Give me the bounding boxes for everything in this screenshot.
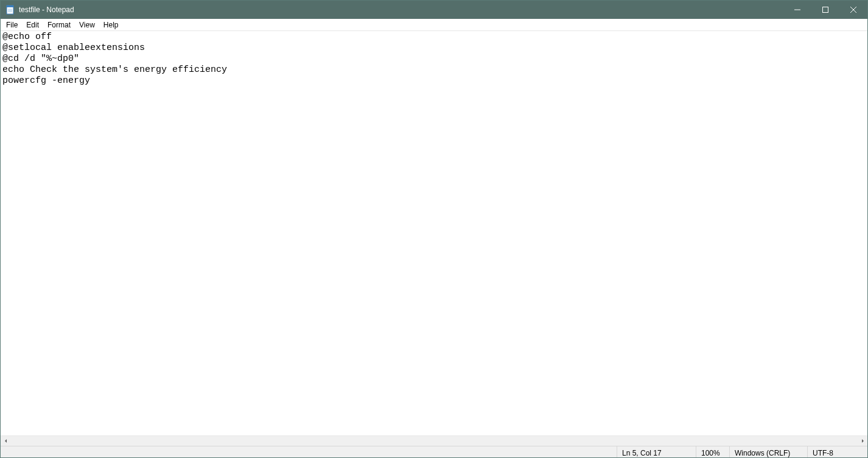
menu-format[interactable]: Format bbox=[43, 19, 75, 30]
maximize-button[interactable] bbox=[811, 1, 839, 19]
svg-rect-6 bbox=[823, 7, 828, 13]
svg-rect-1 bbox=[7, 5, 13, 7]
status-encoding: UTF-8 bbox=[808, 446, 867, 458]
titlebar[interactable]: testfile - Notepad bbox=[1, 1, 867, 19]
svg-marker-10 bbox=[862, 439, 864, 443]
close-button[interactable] bbox=[839, 1, 867, 19]
menu-file[interactable]: File bbox=[2, 19, 22, 30]
horizontal-scrollbar[interactable] bbox=[1, 435, 867, 446]
menu-help[interactable]: Help bbox=[99, 19, 123, 30]
menu-view[interactable]: View bbox=[75, 19, 99, 30]
scroll-left-icon[interactable] bbox=[1, 436, 11, 446]
menu-edit[interactable]: Edit bbox=[22, 19, 43, 30]
status-lineending: Windows (CRLF) bbox=[730, 446, 808, 458]
scroll-right-icon[interactable] bbox=[857, 436, 867, 446]
status-linecol: Ln 5, Col 17 bbox=[617, 446, 696, 458]
status-spacer bbox=[1, 446, 617, 458]
window-title: testfile - Notepad bbox=[19, 5, 74, 14]
text-editor[interactable] bbox=[1, 31, 867, 434]
svg-marker-9 bbox=[5, 439, 7, 443]
notepad-icon bbox=[5, 5, 15, 15]
minimize-button[interactable] bbox=[783, 1, 811, 19]
titlebar-controls bbox=[783, 1, 867, 19]
statusbar: Ln 5, Col 17 100% Windows (CRLF) UTF-8 bbox=[1, 446, 867, 458]
menubar: File Edit Format View Help bbox=[1, 19, 867, 31]
status-zoom: 100% bbox=[696, 446, 730, 458]
titlebar-left: testfile - Notepad bbox=[1, 5, 74, 15]
